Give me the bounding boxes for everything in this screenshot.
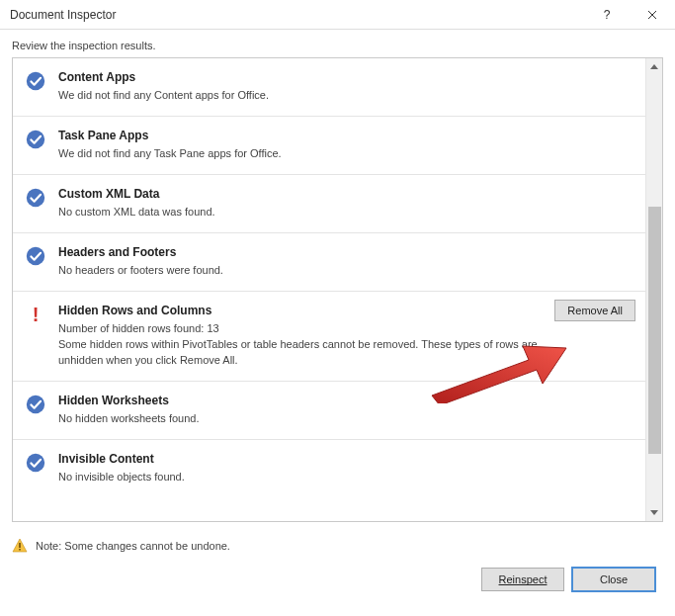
check-icon xyxy=(25,129,46,150)
result-title: Content Apps xyxy=(58,70,633,84)
result-description: No custom XML data was found. xyxy=(58,205,633,220)
result-action: Remove All xyxy=(554,300,635,321)
svg-point-4 xyxy=(27,395,44,412)
result-title: Hidden Worksheets xyxy=(58,394,633,407)
chevron-up-icon xyxy=(650,64,658,69)
scroll-up-button[interactable] xyxy=(646,58,662,75)
check-icon xyxy=(25,187,46,209)
reinspect-button[interactable]: Reinspect xyxy=(481,568,564,591)
result-title: Hidden Rows and Columns xyxy=(58,304,633,317)
results-panel: Content Apps We did not find any Content… xyxy=(12,57,663,522)
help-icon: ? xyxy=(604,8,611,22)
svg-point-5 xyxy=(27,453,44,471)
scroll-thumb[interactable] xyxy=(648,207,661,454)
result-item: Custom XML Data No custom XML data was f… xyxy=(13,175,645,233)
result-item: Headers and Footers No headers or footer… xyxy=(13,233,645,292)
svg-point-1 xyxy=(27,131,44,148)
close-icon xyxy=(647,10,657,20)
check-icon xyxy=(25,452,46,474)
dialog-button-row: Reinspect Close xyxy=(0,558,675,603)
result-item: ! Hidden Rows and Columns Number of hidd… xyxy=(13,292,645,382)
svg-point-0 xyxy=(27,72,44,90)
result-item: Hidden Worksheets No hidden worksheets f… xyxy=(13,382,645,440)
result-item: Content Apps We did not find any Content… xyxy=(13,58,645,117)
check-icon xyxy=(25,70,46,92)
scroll-down-button[interactable] xyxy=(646,504,662,521)
result-item: Task Pane Apps We did not find any Task … xyxy=(13,117,645,175)
dialog-title: Document Inspector xyxy=(10,8,584,22)
instructions-text: Review the inspection results. xyxy=(0,30,675,57)
check-icon xyxy=(25,394,46,415)
result-title: Headers and Footers xyxy=(58,245,633,259)
svg-point-2 xyxy=(27,189,44,207)
remove-all-button[interactable]: Remove All xyxy=(554,300,635,321)
titlebar: Document Inspector ? xyxy=(0,0,675,30)
result-description: Number of hidden rows found: 13 Some hid… xyxy=(58,321,633,369)
svg-point-3 xyxy=(27,247,44,265)
result-description: We did not find any Content apps for Off… xyxy=(58,88,633,104)
warning-icon xyxy=(12,538,28,554)
result-title: Invisible Content xyxy=(58,452,633,466)
result-description: No headers or footers were found. xyxy=(58,263,633,279)
alert-icon: ! xyxy=(25,304,46,325)
result-description: No invisible objects found. xyxy=(58,470,633,485)
svg-rect-7 xyxy=(19,549,20,551)
result-title: Custom XML Data xyxy=(58,187,633,201)
results-list: Content Apps We did not find any Content… xyxy=(13,58,645,521)
close-button[interactable]: Close xyxy=(572,568,655,591)
footer-note-text: Note: Some changes cannot be undone. xyxy=(36,540,230,552)
svg-rect-6 xyxy=(19,543,20,548)
check-icon xyxy=(25,245,46,267)
result-description: No hidden worksheets found. xyxy=(58,411,633,427)
result-item: Invisible Content No invisible objects f… xyxy=(13,440,645,497)
chevron-down-icon xyxy=(650,510,658,515)
scrollbar[interactable] xyxy=(645,58,662,521)
result-title: Task Pane Apps xyxy=(58,129,633,142)
footer-note: Note: Some changes cannot be undone. xyxy=(0,532,675,558)
close-window-button[interactable] xyxy=(630,0,675,30)
result-description: We did not find any Task Pane apps for O… xyxy=(58,146,633,162)
help-button[interactable]: ? xyxy=(584,0,630,30)
